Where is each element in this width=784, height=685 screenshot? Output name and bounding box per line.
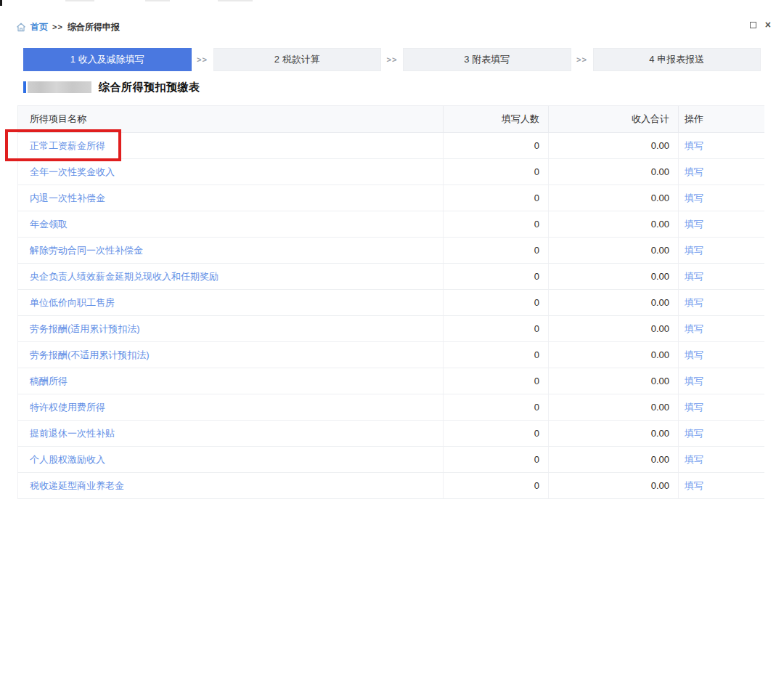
- fill-count-value: 0: [444, 264, 549, 290]
- crop-artifact: [145, 0, 170, 1]
- income-item-link[interactable]: 个人股权激励收入: [30, 454, 105, 465]
- income-total-value: 0.00: [549, 447, 679, 473]
- table-row: 解除劳动合同一次性补偿金00.00填写: [18, 238, 764, 264]
- fill-link[interactable]: 填写: [685, 297, 703, 308]
- income-total-value: 0.00: [549, 185, 679, 211]
- income-total-value: 0.00: [549, 238, 679, 264]
- income-item-cell: 全年一次性奖金收入: [18, 159, 444, 185]
- fill-link[interactable]: 填写: [685, 245, 703, 256]
- income-table-body: 正常工资薪金所得00.00填写全年一次性奖金收入00.00填写内退一次性补偿金0…: [18, 133, 764, 499]
- breadcrumb-home-link[interactable]: 首页: [30, 21, 48, 33]
- income-total-value: 0.00: [549, 264, 679, 290]
- income-item-link[interactable]: 提前退休一次性补贴: [30, 428, 115, 439]
- breadcrumb: 首页 >> 综合所得申报: [16, 20, 120, 33]
- income-item-link[interactable]: 税收递延型商业养老金: [30, 480, 124, 491]
- income-item-link[interactable]: 特许权使用费所得: [30, 402, 105, 413]
- step-return-submission[interactable]: 4 申报表报送: [593, 48, 761, 71]
- income-total-value: 0.00: [549, 159, 679, 185]
- table-row: 劳务报酬(不适用累计预扣法)00.00填写: [18, 342, 764, 368]
- income-item-cell: 税收递延型商业养老金: [18, 473, 444, 499]
- fill-count-value: 0: [444, 211, 549, 238]
- income-item-link[interactable]: 央企负责人绩效薪金延期兑现收入和任期奖励: [30, 271, 219, 282]
- operation-cell: 填写: [679, 473, 764, 499]
- operation-cell: 填写: [679, 447, 764, 473]
- income-item-link[interactable]: 内退一次性补偿金: [30, 192, 105, 203]
- income-item-cell: 劳务报酬(不适用累计预扣法): [18, 342, 444, 368]
- income-item-cell: 内退一次性补偿金: [18, 185, 444, 211]
- income-item-cell: 提前退休一次性补贴: [18, 421, 444, 447]
- column-header-income-total: 收入合计: [549, 106, 679, 133]
- step-income-deduction[interactable]: 1 收入及减除填写: [23, 48, 192, 71]
- income-item-cell: 央企负责人绩效薪金延期兑现收入和任期奖励: [18, 264, 444, 290]
- column-header-operation: 操作: [679, 106, 764, 133]
- income-total-value: 0.00: [549, 421, 679, 447]
- income-total-value: 0.00: [549, 211, 679, 238]
- fill-link[interactable]: 填写: [685, 140, 703, 151]
- income-item-link[interactable]: 正常工资薪金所得: [30, 140, 105, 151]
- fill-link[interactable]: 填写: [685, 271, 703, 282]
- step-separator-icon: >>: [192, 55, 213, 64]
- operation-cell: 填写: [679, 394, 764, 421]
- income-item-link[interactable]: 年金领取: [30, 219, 68, 230]
- close-icon[interactable]: ×: [765, 20, 771, 29]
- crop-artifact: [65, 0, 94, 1]
- income-item-cell: 稿酬所得: [18, 368, 444, 394]
- operation-cell: 填写: [679, 368, 764, 394]
- income-total-value: 0.00: [549, 290, 679, 316]
- step-separator-icon: >>: [571, 55, 593, 64]
- fill-count-value: 0: [444, 238, 549, 264]
- table-row: 年金领取00.00填写: [18, 211, 764, 238]
- income-total-value: 0.00: [549, 473, 679, 499]
- table-row: 税收递延型商业养老金00.00填写: [18, 473, 764, 499]
- fill-link[interactable]: 填写: [685, 428, 703, 439]
- fill-link[interactable]: 填写: [685, 454, 703, 465]
- step-schedule-filling[interactable]: 3 附表填写: [403, 48, 571, 71]
- income-item-link[interactable]: 全年一次性奖金收入: [30, 166, 115, 177]
- declaration-window: 首页 >> 综合所得申报 × 1 收入及减除填写 >> 2 税款计算 >> 3 …: [0, 0, 784, 685]
- fill-count-value: 0: [444, 447, 549, 473]
- fill-count-value: 0: [444, 159, 549, 185]
- fill-link[interactable]: 填写: [685, 349, 703, 360]
- table-row: 全年一次性奖金收入00.00填写: [18, 159, 764, 185]
- table-row: 劳务报酬(适用累计预扣法)00.00填写: [18, 316, 764, 342]
- income-item-link[interactable]: 单位低价向职工售房: [30, 297, 115, 308]
- fill-link[interactable]: 填写: [685, 376, 703, 386]
- income-item-link[interactable]: 劳务报酬(不适用累计预扣法): [30, 349, 150, 360]
- income-item-cell: 单位低价向职工售房: [18, 290, 444, 316]
- fill-count-value: 0: [444, 133, 549, 159]
- table-row: 单位低价向职工售房00.00填写: [18, 290, 764, 316]
- table-row: 特许权使用费所得00.00填写: [18, 394, 764, 421]
- income-item-link[interactable]: 稿酬所得: [30, 376, 68, 386]
- income-item-link[interactable]: 劳务报酬(适用累计预扣法): [30, 323, 140, 334]
- form-title-row: 综合所得预扣预缴表: [23, 80, 200, 94]
- fill-link[interactable]: 填写: [685, 219, 703, 230]
- fill-count-value: 0: [444, 290, 549, 316]
- operation-cell: 填写: [679, 185, 764, 211]
- income-item-link[interactable]: 解除劳动合同一次性补偿金: [30, 245, 143, 256]
- home-icon[interactable]: [16, 23, 26, 32]
- table-row: 提前退休一次性补贴00.00填写: [18, 421, 764, 447]
- operation-cell: 填写: [679, 133, 764, 159]
- fill-link[interactable]: 填写: [685, 166, 703, 177]
- window-controls: ×: [750, 20, 771, 29]
- crop-artifact: [218, 0, 253, 1]
- income-total-value: 0.00: [549, 342, 679, 368]
- fill-link[interactable]: 填写: [685, 480, 703, 491]
- fill-link[interactable]: 填写: [685, 323, 703, 334]
- operation-cell: 填写: [679, 159, 764, 185]
- breadcrumb-separator: >>: [52, 23, 63, 31]
- maximize-icon[interactable]: [750, 22, 756, 28]
- step-wizard: 1 收入及减除填写 >> 2 税款计算 >> 3 附表填写 >> 4 申报表报送: [23, 48, 761, 71]
- step-separator-icon: >>: [381, 55, 403, 64]
- operation-cell: 填写: [679, 342, 764, 368]
- fill-link[interactable]: 填写: [685, 192, 703, 203]
- fill-link[interactable]: 填写: [685, 402, 703, 413]
- fill-count-value: 0: [444, 185, 549, 211]
- step-tax-calculation[interactable]: 2 税款计算: [213, 48, 382, 71]
- table-row: 央企负责人绩效薪金延期兑现收入和任期奖励00.00填写: [18, 264, 764, 290]
- breadcrumb-current: 综合所得申报: [68, 21, 120, 33]
- income-item-cell: 解除劳动合同一次性补偿金: [18, 238, 444, 264]
- operation-cell: 填写: [679, 290, 764, 316]
- income-item-cell: 劳务报酬(适用累计预扣法): [18, 316, 444, 342]
- table-row: 稿酬所得00.00填写: [18, 368, 764, 394]
